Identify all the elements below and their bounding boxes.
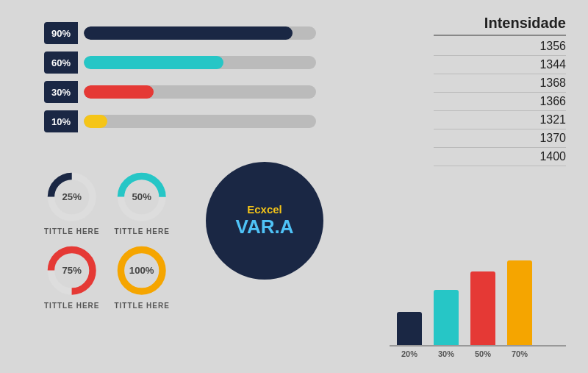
bar-row: 10% [44, 110, 316, 132]
vchart-xlabel: 30% [434, 349, 459, 358]
bar-label: 10% [44, 110, 78, 132]
intensidade-rows: 1356134413681366132113701400 [434, 38, 566, 166]
donut-item: 100%TITTLE HERE [114, 243, 169, 309]
intensidade-value: 1356 [434, 38, 566, 56]
bar-track [84, 85, 316, 99]
intensidade-value: 1400 [434, 148, 566, 166]
bar-fill [84, 115, 107, 128]
bar-label: 90% [44, 22, 78, 44]
bar-fill [84, 56, 223, 69]
intensidade-divider [434, 35, 566, 36]
bar-track [84, 56, 316, 69]
vchart-bar [507, 260, 532, 345]
badge-top-text: Ecxcel [247, 203, 282, 216]
vchart-bars [390, 251, 566, 347]
intensidade-value: 1344 [434, 56, 566, 74]
vchart-col [470, 271, 495, 345]
vchart-bar [397, 312, 422, 345]
donut-item: 25%TITTLE HERE [44, 169, 99, 235]
bar-row: 90% [44, 22, 316, 44]
donut-svg: 75% [44, 243, 99, 298]
vchart-xlabel: 50% [470, 349, 495, 358]
bar-row: 30% [44, 81, 316, 103]
intensidade-value: 1368 [434, 74, 566, 93]
bar-row: 60% [44, 51, 316, 74]
donut-svg: 50% [114, 169, 169, 224]
bar-track [84, 26, 316, 40]
vchart-col [434, 290, 459, 345]
bar-fill [84, 85, 154, 99]
donut-label: TITTLE HERE [44, 227, 99, 235]
svg-text:25%: 25% [62, 191, 82, 202]
donut-label: TITTLE HERE [44, 302, 99, 310]
donuts-area: 25%TITTLE HERE50%TITTLE HERE75%TITTLE HE… [44, 169, 170, 310]
donut-label: TITTLE HERE [114, 302, 169, 310]
vchart-xlabel: 70% [507, 349, 532, 358]
svg-text:100%: 100% [129, 266, 154, 277]
bar-label: 30% [44, 81, 78, 103]
vertical-bar-chart: 20%30%50%70% [390, 241, 566, 358]
vchart-xlabel: 20% [397, 349, 422, 358]
svg-text:75%: 75% [62, 266, 82, 277]
vchart-col [507, 260, 532, 345]
horizontal-bar-chart: 90%60%30%10% [44, 22, 316, 140]
intensidade-title: Intensidade [434, 15, 566, 32]
svg-text:50%: 50% [132, 191, 152, 202]
intensidade-value: 1321 [434, 111, 566, 129]
badge-bottom-text: VAR.A [236, 216, 294, 238]
intensidade-panel: Intensidade 1356134413681366132113701400 [434, 15, 566, 166]
donut-item: 50%TITTLE HERE [114, 169, 169, 235]
bar-fill [84, 26, 293, 40]
donut-label: TITTLE HERE [114, 227, 169, 235]
vchart-bar [434, 290, 459, 345]
center-badge: Ecxcel VAR.A [206, 162, 323, 280]
bar-track [84, 115, 316, 128]
donut-svg: 100% [114, 243, 169, 298]
intensidade-value: 1366 [434, 93, 566, 111]
donut-svg: 25% [44, 169, 99, 224]
vchart-col [397, 312, 422, 345]
vchart-labels: 20%30%50%70% [390, 349, 566, 358]
donut-item: 75%TITTLE HERE [44, 243, 99, 309]
intensidade-value: 1370 [434, 129, 566, 148]
bar-label: 60% [44, 51, 78, 74]
vchart-bar [470, 271, 495, 345]
